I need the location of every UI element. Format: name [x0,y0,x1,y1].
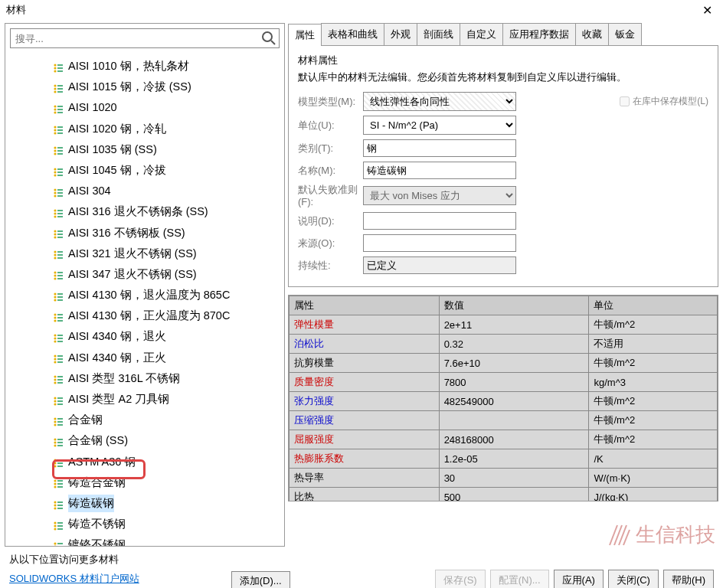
material-item[interactable]: AISI 1035 钢 (SS) [51,139,284,160]
svg-point-45 [54,212,56,214]
material-item[interactable]: AISI 316 退火不锈钢条 (SS) [51,201,284,222]
material-item[interactable]: 镀铬不锈钢 [51,534,284,546]
row-criterion: 默认失败准则(F): 最大 von Mises 应力 [298,184,708,207]
material-item[interactable]: AISI 4130 钢，退火温度为 865C [51,285,284,305]
table-row[interactable]: 弹性模量2e+11牛顿/m^2 [290,315,718,335]
material-tree[interactable]: AISI 1010 钢，热轧条材AISI 1015 钢，冷拔 (SS)AISI … [5,53,284,546]
search-icon[interactable] [261,31,276,48]
tab-7[interactable]: 钣金 [608,23,642,45]
material-item[interactable]: AISI 304 [51,181,284,201]
material-item[interactable]: AISI 1020 [51,97,284,118]
svg-point-75 [54,316,56,318]
material-item[interactable]: AISI 1020 钢，冷轧 [51,119,284,139]
cell-prop: 热膨胀系数 [290,449,440,469]
checkbox-save-lib[interactable]: 在库中保存模型(L) [620,95,708,108]
svg-point-118 [54,466,56,468]
svg-point-32 [54,168,56,170]
svg-line-1 [271,41,275,44]
svg-point-70 [54,299,56,301]
material-icon [53,436,64,446]
material-item[interactable]: 铸造碳钢 [51,493,284,514]
tab-3[interactable]: 剖面线 [417,23,460,45]
table-row[interactable]: 压缩强度牛顿/m^2 [290,411,718,430]
material-item[interactable]: AISI 4340 钢，正火 [51,348,284,368]
cell-prop: 张力强度 [290,392,440,411]
footer-buttons: 保存(S)配置(N)...应用(A)关闭(C)帮助(H) [435,570,714,588]
material-item[interactable]: AISI 347 退火不锈钢 (SS) [51,264,284,285]
material-item[interactable]: ASTM A36 钢 [51,452,284,472]
cell-val: 1.2e-05 [439,449,589,469]
table-row[interactable]: 抗剪模量7.6e+10牛顿/m^2 [290,354,718,373]
material-item[interactable]: AISI 321 退火不锈钢 (SS) [51,243,284,264]
material-item[interactable]: 合金钢 [51,410,284,430]
cell-val: 482549000 [439,392,589,411]
table-row[interactable]: 热膨胀系数1.2e-05/K [290,449,718,469]
material-item[interactable]: AISI 1015 钢，冷拔 (SS) [51,77,284,97]
material-label: AISI 1020 [68,99,117,116]
material-label: AISI 1020 钢，冷轧 [68,120,166,138]
material-icon [53,332,64,342]
svg-point-2 [54,64,56,66]
tabs: 属性表格和曲线外观剖面线自定义应用程序数据收藏钣金 [288,23,718,46]
label-description: 说明(D): [298,214,363,228]
material-icon [53,248,64,259]
table-row[interactable]: 比热500J/(kg·K) [290,488,718,502]
svg-point-10 [54,90,56,93]
svg-point-51 [54,233,56,235]
material-item[interactable]: AISI 1045 钢，冷拔 [51,160,284,181]
table-row[interactable]: 屈服强度248168000牛顿/m^2 [290,430,718,449]
label-unit: 单位(U): [298,119,363,132]
tab-6[interactable]: 收藏 [575,23,609,45]
material-item[interactable]: 合金钢 (SS) [51,430,284,451]
select-unit[interactable]: SI - N/m^2 (Pa) [363,116,516,135]
svg-point-63 [54,275,56,277]
tab-2[interactable]: 外观 [384,23,417,45]
search-input[interactable] [10,28,280,48]
table-row[interactable]: 张力强度482549000牛顿/m^2 [290,392,718,411]
material-item[interactable]: AISI 4340 钢，退火 [51,326,284,347]
cell-prop: 泊松比 [290,335,440,354]
material-item[interactable]: AISI 1010 钢，热轧条材 [51,56,284,77]
tab-1[interactable]: 表格和曲线 [321,23,384,45]
table-row[interactable]: 质量密度7800kg/m^3 [290,373,718,392]
materials-portal-link[interactable]: SOLIDWORKS 材料门户网站 [9,572,139,586]
material-item[interactable]: AISI 316 不锈钢板 (SS) [51,223,284,243]
input-description[interactable] [363,212,516,230]
close-icon[interactable]: ✕ [698,3,717,18]
material-icon [53,498,64,509]
input-source[interactable] [363,234,516,252]
input-category[interactable] [363,139,516,157]
svg-point-106 [54,423,56,426]
cell-prop: 抗剪模量 [290,354,440,373]
material-label: AISI 1015 钢，冷拔 (SS) [68,78,191,96]
svg-point-34 [54,174,56,176]
table-row[interactable]: 泊松比0.32不适用 [290,335,718,354]
tab-5[interactable]: 应用程序数据 [502,23,576,45]
svg-point-57 [54,254,56,256]
material-label: AISI 316 不锈钢板 (SS) [68,224,185,242]
material-item[interactable]: AISI 类型 A2 刀具钢 [51,389,284,410]
select-criterion[interactable]: 最大 von Mises 应力 [363,186,516,205]
footer-button[interactable]: 关闭(C) [608,570,659,588]
footer-button[interactable]: 帮助(H) [663,570,714,588]
material-item[interactable]: AISI 4130 钢，正火温度为 870C [51,305,284,326]
footer-button[interactable]: 应用(A) [554,570,604,588]
row-description: 说明(D): [298,212,708,230]
select-model-type[interactable]: 线性弹性各向同性 [363,92,516,111]
material-label: ASTM A36 钢 [68,453,136,471]
material-item[interactable]: AISI 类型 316L 不锈钢 [51,368,284,389]
material-item[interactable]: 铸造不锈钢 [51,514,284,534]
svg-point-124 [54,486,56,488]
svg-point-64 [54,278,56,280]
material-icon [53,540,64,546]
tab-0[interactable]: 属性 [288,24,322,46]
tab-4[interactable]: 自定义 [460,23,503,45]
material-label: AISI 4130 钢，正火温度为 870C [68,307,230,325]
cell-unit: 牛顿/m^2 [589,315,718,335]
material-icon [53,352,64,363]
material-icon [53,394,64,405]
table-row[interactable]: 热导率30W/(m·K) [290,469,718,488]
add-button[interactable]: 添加(D)... [231,571,290,588]
input-name[interactable] [363,162,516,179]
material-item[interactable]: 铸造合金钢 [51,472,284,493]
